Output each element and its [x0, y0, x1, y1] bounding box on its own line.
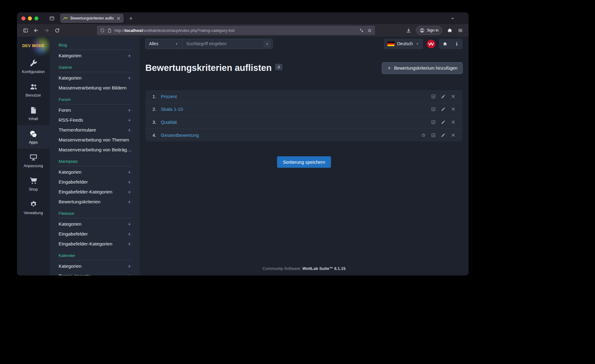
back-icon: [33, 28, 39, 33]
criteria-link[interactable]: Qualität: [161, 119, 177, 125]
rail-item-konfiguration[interactable]: Konfiguration: [17, 54, 50, 78]
menu-item-label: Kategorien: [59, 263, 82, 269]
browser-tab[interactable]: Bewertungskriterien auflisten -: [60, 14, 124, 23]
rail-item-verwaltung[interactable]: Verwaltung: [17, 196, 50, 219]
menu-item[interactable]: Eingabefelder-Kategorien: [59, 239, 132, 249]
plus-icon[interactable]: [127, 274, 132, 276]
maximize-window-button[interactable]: [34, 16, 38, 20]
signin-button[interactable]: Sign in: [416, 26, 442, 35]
reload-button[interactable]: [52, 26, 62, 35]
plus-icon[interactable]: [127, 242, 132, 246]
url-bar[interactable]: http://localhost/woltlab/lexicon/acp/ind…: [97, 26, 375, 35]
rail-item-anpassung[interactable]: Anpassung: [17, 149, 50, 172]
menu-item[interactable]: Massenverarbeitung von Bildern: [59, 83, 132, 93]
menu-item[interactable]: RSS-Feeds: [59, 115, 132, 125]
plus-icon[interactable]: [127, 232, 132, 236]
translate-icon[interactable]: [359, 28, 364, 33]
plus-icon[interactable]: [127, 108, 132, 113]
german-flag-icon: [387, 41, 394, 46]
pencil-icon[interactable]: [441, 120, 446, 124]
criteria-link[interactable]: Skala 1-10: [161, 106, 183, 112]
pencil-icon[interactable]: [441, 133, 446, 137]
language-label: Deutsch: [397, 41, 413, 46]
menu-item[interactable]: Bewertungskriterien: [59, 197, 132, 207]
frontend-home-button[interactable]: [439, 39, 451, 49]
check-square-icon[interactable]: [431, 94, 436, 99]
plus-icon[interactable]: [127, 180, 132, 184]
criteria-link[interactable]: Prozent: [161, 94, 177, 99]
xmark-icon[interactable]: [451, 107, 456, 111]
firefox-view-icon: [49, 16, 55, 21]
add-criterion-button[interactable]: Bewertungskriterium hinzufügen: [382, 62, 463, 74]
menu-item-label: Termin-Importe: [59, 273, 90, 275]
close-window-button[interactable]: [21, 16, 25, 20]
sidebar-toggle-button[interactable]: [20, 26, 31, 35]
menu-item[interactable]: Termin-Importe: [59, 271, 132, 275]
plus-icon: [129, 16, 133, 21]
plus-icon[interactable]: [127, 200, 132, 204]
language-select[interactable]: Deutsch: [384, 39, 423, 49]
plus-icon[interactable]: [127, 222, 132, 227]
firefox-view-button[interactable]: [47, 14, 56, 23]
list-all-tabs-button[interactable]: [448, 14, 457, 23]
pencil-icon[interactable]: [441, 107, 446, 111]
save-sorting-button[interactable]: Sortierung speichern: [277, 156, 331, 168]
plus-icon[interactable]: [127, 76, 132, 80]
criteria-link[interactable]: Gesamtbewertung: [161, 132, 199, 138]
check-square-icon[interactable]: [431, 107, 436, 111]
rail-item-apps[interactable]: Apps: [17, 125, 50, 149]
search-scope-select[interactable]: Alles: [145, 39, 182, 49]
rail-item-shop[interactable]: Shop: [17, 172, 50, 196]
rail-item-inhalt[interactable]: Inhalt: [17, 102, 50, 125]
search-input[interactable]: [186, 41, 264, 46]
check-square-icon[interactable]: [431, 120, 436, 124]
plus-icon[interactable]: [127, 118, 132, 123]
minimize-window-button[interactable]: [28, 16, 32, 20]
star-icon[interactable]: [421, 133, 426, 137]
app-menu-button[interactable]: [455, 26, 465, 35]
system-info-button[interactable]: [451, 39, 463, 49]
file-icon: [29, 106, 37, 114]
menu-item[interactable]: Kategorien: [59, 51, 132, 61]
extensions-button[interactable]: [444, 26, 455, 35]
search-shortcut-badge: S: [264, 41, 270, 47]
menu-item[interactable]: Kategorien: [59, 167, 132, 177]
sidebar-toggle-icon: [23, 28, 28, 33]
menu-item[interactable]: Massenverarbeitung von Themen: [59, 135, 132, 145]
wrench-icon: [29, 59, 37, 67]
plus-icon[interactable]: [127, 54, 132, 58]
site-info-icon[interactable]: [107, 28, 112, 33]
close-tab-icon[interactable]: [116, 16, 121, 21]
count-badge: 4: [275, 64, 282, 70]
downloads-button[interactable]: [403, 26, 414, 35]
plus-icon[interactable]: [127, 264, 132, 269]
xmark-icon[interactable]: [451, 133, 456, 137]
plus-icon[interactable]: [127, 190, 132, 194]
pencil-icon[interactable]: [441, 94, 446, 99]
menu-item[interactable]: Kategorien: [59, 73, 132, 83]
menu-item[interactable]: Kategorien: [59, 261, 132, 271]
rail-item-benutzer[interactable]: Benutzer: [17, 78, 50, 102]
menu-item[interactable]: Eingabefelder: [59, 229, 132, 239]
xmark-icon[interactable]: [451, 94, 456, 99]
new-tab-button[interactable]: [126, 14, 135, 23]
plus-icon[interactable]: [127, 170, 132, 175]
menu-item[interactable]: Kategorien: [59, 219, 132, 229]
menu-item[interactable]: Massenverarbeitung von Beiträg…: [59, 145, 132, 155]
woltlab-logo-icon[interactable]: [426, 39, 436, 49]
menu-item[interactable]: Eingabefelder-Kategorien: [59, 187, 132, 197]
check-square-icon[interactable]: [431, 133, 436, 137]
menu-item-label: Massenverarbeitung von Themen: [59, 137, 129, 143]
bookmark-star-icon[interactable]: [367, 28, 372, 33]
shield-icon[interactable]: [100, 28, 105, 33]
menu-item[interactable]: Themenformulare: [59, 125, 132, 135]
back-button[interactable]: [31, 26, 41, 35]
plus-icon[interactable]: [127, 128, 132, 132]
forward-button[interactable]: [41, 26, 52, 35]
page-content: Bewertungskriterien auflisten 4 Bewertun…: [139, 51, 469, 168]
menu-item[interactable]: Eingabefelder: [59, 177, 132, 187]
menu-item[interactable]: Foren: [59, 105, 132, 115]
xmark-icon[interactable]: [451, 120, 456, 124]
search-box[interactable]: S: [182, 39, 273, 49]
browser-window: Bewertungskriterien auflisten -: [17, 12, 469, 275]
